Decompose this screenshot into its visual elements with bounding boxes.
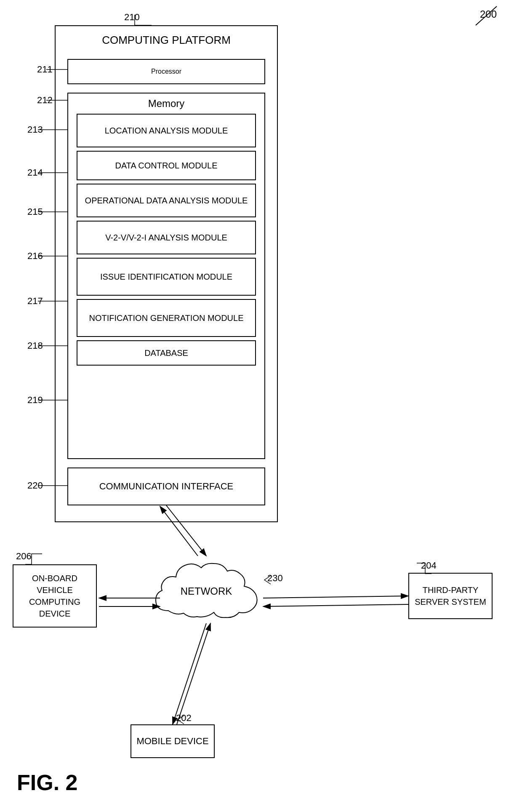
module-box-1: DATA CONTROL MODULE — [77, 151, 256, 180]
memory-label: Memory — [68, 93, 264, 112]
computing-platform-title: COMPUTING PLATFORM — [56, 26, 277, 51]
svg-line-20 — [177, 623, 210, 724]
ref-220-line — [38, 481, 69, 490]
ref-219-line — [38, 396, 69, 404]
module-box-0: LOCATION ANALYSIS MODULE — [77, 114, 256, 147]
onboard-label: ON-BOARD VEHICLE COMPUTING DEVICE — [13, 572, 96, 620]
processor-label: Processor — [151, 68, 181, 75]
ref-206-bracket — [25, 552, 46, 569]
svg-line-19 — [173, 623, 206, 724]
fig-label: FIG. 2 — [17, 770, 77, 795]
svg-line-21 — [263, 596, 408, 598]
svg-line-0 — [476, 6, 497, 25]
ref-230-bracket — [260, 574, 273, 586]
ref-214-line — [38, 168, 69, 177]
diagram-container: 200 210 COMPUTING PLATFORM Processor Mem… — [0, 0, 522, 812]
ref-218-line — [38, 342, 69, 350]
ref-213-line — [38, 126, 69, 134]
module-box-6: DATABASE — [77, 340, 256, 366]
ref-202-bracket — [173, 713, 186, 726]
module-box-4: ISSUE IDENTIFICATION MODULE — [77, 258, 256, 296]
comm-interface-label: COMMUNICATION INTERFACE — [99, 481, 234, 493]
ref-211-line — [46, 65, 69, 74]
mobile-device-box: MOBILE DEVICE — [130, 724, 215, 758]
ref-217-line — [38, 297, 69, 305]
ref-204-bracket — [415, 561, 436, 578]
ref-200-slash — [467, 4, 501, 29]
svg-line-22 — [263, 604, 408, 606]
thirdparty-server-box: THIRD-PARTY SERVER SYSTEM — [408, 573, 493, 619]
module-box-5: NOTIFICATION GENERATION MODULE — [77, 299, 256, 337]
thirdparty-label: THIRD-PARTY SERVER SYSTEM — [409, 584, 492, 608]
comm-interface-box: COMMUNICATION INTERFACE — [67, 467, 265, 505]
ref-212-line — [46, 96, 69, 104]
module-box-2: OPERATIONAL DATA ANALYSIS MODULE — [77, 184, 256, 217]
network-label: NETWORK — [177, 585, 236, 597]
onboard-vehicle-box: ON-BOARD VEHICLE COMPUTING DEVICE — [13, 564, 97, 628]
memory-outer-box: Memory LOCATION ANALYSIS MODULE DATA CON… — [67, 93, 265, 459]
mobile-label: MOBILE DEVICE — [136, 736, 208, 747]
ref-215-line — [38, 208, 69, 216]
processor-box: Processor — [67, 59, 265, 84]
module-box-3: V-2-V/V-2-I ANALYSIS MODULE — [77, 221, 256, 254]
ref-216-line — [38, 252, 69, 260]
